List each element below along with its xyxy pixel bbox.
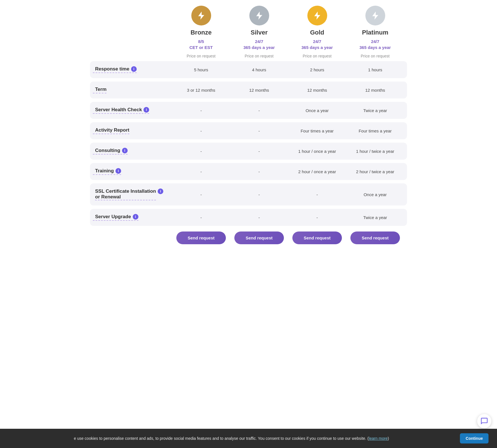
- feature-val-4-1: -: [230, 149, 288, 154]
- feature-label-text-2: Server Health Check: [95, 107, 142, 113]
- feature-val-2-1: -: [230, 108, 288, 113]
- feature-row-5: Trainingi--2 hour / once a year2 hour / …: [90, 163, 407, 180]
- feature-label-3: Activity Report: [93, 127, 129, 134]
- feature-val-2-0: -: [172, 108, 230, 113]
- cookie-banner: e use cookies to personalise content and…: [0, 429, 497, 448]
- plan-hours-platinum: 24/7365 days a year: [359, 38, 391, 50]
- feature-val-1-1: 12 months: [230, 88, 288, 93]
- plan-name-silver: Silver: [251, 29, 268, 36]
- feature-val-7-1: -: [230, 215, 288, 220]
- feature-label-text-3: Activity Report: [95, 127, 129, 133]
- chat-icon: [480, 417, 488, 425]
- plan-hours-gold: 24/7365 days a year: [301, 38, 333, 50]
- plan-name-bronze: Bronze: [190, 29, 212, 36]
- send-request-button-platinum[interactable]: Send request: [350, 231, 400, 244]
- feature-row-4: Consultingi--1 hour / once a year1 hour …: [90, 143, 407, 160]
- feature-val-1-2: 12 months: [288, 88, 346, 93]
- feature-val-5-1: -: [230, 169, 288, 174]
- feature-val-1-0: 3 or 12 months: [172, 88, 230, 93]
- feature-val-7-3: Twice a year: [346, 215, 404, 220]
- plan-name-platinum: Platinum: [362, 29, 388, 36]
- info-icon-6[interactable]: i: [158, 188, 163, 194]
- feature-val-5-0: -: [172, 169, 230, 174]
- cookie-text: e use cookies to personalise content and…: [8, 436, 454, 441]
- plan-price-platinum: Price on request: [361, 54, 390, 58]
- feature-val-1-3: 12 months: [346, 88, 404, 93]
- plan-name-gold: Gold: [310, 29, 324, 36]
- plan-hours-silver: 24/7365 days a year: [243, 38, 275, 50]
- plan-hours-bronze: 8/5CET or EST: [189, 38, 213, 50]
- plan-price-silver: Price on request: [245, 54, 274, 58]
- feature-label-text-5: Training: [95, 168, 114, 174]
- cookie-learn-more[interactable]: learn more: [369, 436, 388, 441]
- feature-val-0-3: 1 hours: [346, 67, 404, 72]
- plan-col-gold: Gold 24/7365 days a year Price on reques…: [288, 6, 346, 58]
- feature-val-3-0: -: [172, 128, 230, 133]
- plan-price-bronze: Price on request: [187, 54, 216, 58]
- feature-val-6-0: -: [172, 192, 230, 197]
- send-request-button-silver[interactable]: Send request: [234, 231, 284, 244]
- feature-val-7-2: -: [288, 215, 346, 220]
- feature-val-0-2: 2 hours: [288, 67, 346, 72]
- feature-label-text-1: Term: [95, 87, 106, 92]
- feature-row-1: Term3 or 12 months12 months12 months12 m…: [90, 82, 407, 98]
- feature-val-0-0: 5 hours: [172, 67, 230, 72]
- cookie-continue-button[interactable]: Continue: [460, 433, 489, 443]
- feature-label-6: SSL Certificate Installationor Renewali: [93, 188, 172, 200]
- plan-col-silver: Silver 24/7365 days a year Price on requ…: [230, 6, 288, 58]
- feature-val-6-2: -: [288, 192, 346, 197]
- feature-label-text-6: SSL Certificate Installationor Renewal: [95, 188, 156, 200]
- info-icon-7[interactable]: i: [133, 214, 138, 220]
- feature-val-5-3: 2 hour / twice a year: [346, 169, 404, 174]
- plan-icon-gold: [307, 6, 327, 25]
- feature-val-6-3: Once a year: [346, 192, 404, 197]
- feature-val-0-1: 4 hours: [230, 67, 288, 72]
- feature-row-2: Server Health Checki--Once a yearTwice a…: [90, 102, 407, 119]
- feature-row-6: SSL Certificate Installationor Renewali-…: [90, 183, 407, 205]
- features-container: Response timei5 hours4 hours2 hours1 hou…: [90, 61, 407, 226]
- feature-row-7: Server Upgradei---Twice a year: [90, 209, 407, 226]
- feature-row-0: Response timei5 hours4 hours2 hours1 hou…: [90, 61, 407, 78]
- feature-label-4: Consultingi: [93, 148, 128, 155]
- feature-val-4-3: 1 hour / twice a year: [346, 149, 404, 154]
- send-request-button-bronze[interactable]: Send request: [176, 231, 226, 244]
- plan-icon-bronze: [191, 6, 211, 25]
- cookie-message: e use cookies to personalise content and…: [74, 436, 369, 441]
- plan-icon-platinum: [365, 6, 385, 25]
- plan-price-gold: Price on request: [303, 54, 332, 58]
- buttons-row: Send requestSend requestSend requestSend…: [90, 231, 407, 244]
- info-icon-0[interactable]: i: [131, 66, 137, 72]
- info-icon-5[interactable]: i: [115, 168, 121, 174]
- plans-header: Bronze 8/5CET or EST Price on request Si…: [90, 6, 407, 58]
- feature-val-6-1: -: [230, 192, 288, 197]
- feature-label-5: Trainingi: [93, 168, 121, 175]
- feature-label-text-0: Response time: [95, 66, 129, 72]
- feature-label-7: Server Upgradei: [93, 214, 138, 221]
- feature-val-7-0: -: [172, 215, 230, 220]
- feature-val-3-1: -: [230, 128, 288, 133]
- feature-label-1: Term: [93, 87, 106, 93]
- plan-col-bronze: Bronze 8/5CET or EST Price on request: [172, 6, 230, 58]
- feature-label-text-4: Consulting: [95, 148, 120, 153]
- feature-val-4-0: -: [172, 149, 230, 154]
- feature-val-3-2: Four times a year: [288, 128, 346, 133]
- feature-val-2-2: Once a year: [288, 108, 346, 113]
- feature-val-4-2: 1 hour / once a year: [288, 149, 346, 154]
- page-wrapper: Bronze 8/5CET or EST Price on request Si…: [84, 0, 413, 273]
- feature-row-3: Activity Report--Four times a yearFour t…: [90, 122, 407, 139]
- info-icon-4[interactable]: i: [122, 148, 128, 153]
- feature-val-5-2: 2 hour / once a year: [288, 169, 346, 174]
- feature-label-0: Response timei: [93, 66, 137, 73]
- feature-val-3-3: Four times a year: [346, 128, 404, 133]
- plan-icon-silver: [249, 6, 269, 25]
- send-request-button-gold[interactable]: Send request: [292, 231, 342, 244]
- info-icon-2[interactable]: i: [143, 107, 149, 113]
- chat-bubble[interactable]: [477, 414, 491, 428]
- feature-val-2-3: Twice a year: [346, 108, 404, 113]
- plan-col-platinum: Platinum 24/7365 days a year Price on re…: [346, 6, 404, 58]
- feature-label-2: Server Health Checki: [93, 107, 149, 114]
- feature-label-text-7: Server Upgrade: [95, 214, 131, 220]
